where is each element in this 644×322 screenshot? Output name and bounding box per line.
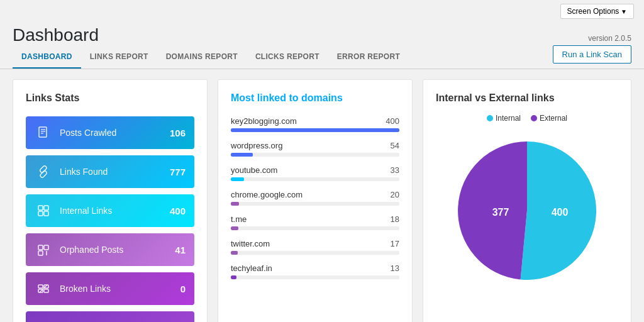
link-icon [35, 163, 52, 180]
domain-name: t.me [231, 214, 247, 224]
stat-404-errors: 404 errors 0 [26, 311, 194, 322]
domain-header: wordpress.org 54 [231, 141, 399, 150]
stat-links-found: Links Found 777 [26, 155, 194, 188]
domain-row: chrome.google.com 20 [231, 190, 399, 206]
svg-rect-7 [44, 211, 48, 216]
page-header: Dashboard version 2.0.5 [0, 19, 644, 45]
domain-name: twitter.com [231, 239, 270, 248]
domain-count: 17 [391, 239, 399, 248]
domain-name: youtube.com [231, 165, 277, 175]
domain-row: key2blogging.com 400 [231, 116, 399, 132]
screen-options-button[interactable]: Screen Options [560, 4, 634, 19]
tab-domains-report[interactable]: DOMAINS REPORT [157, 46, 247, 69]
legend-internal-dot [487, 115, 493, 121]
posts-crawled-label: Posts Crawled [60, 128, 170, 138]
404-icon [35, 319, 52, 322]
svg-rect-6 [38, 211, 43, 216]
domain-count: 400 [386, 116, 399, 126]
domain-bar-bg [231, 128, 399, 132]
domain-count: 33 [391, 165, 399, 175]
chart-panel: Internal vs External links Internal Exte… [423, 79, 631, 322]
page-icon [35, 124, 52, 142]
domain-count: 18 [391, 214, 399, 224]
domain-count: 54 [391, 141, 399, 150]
domain-bar [231, 251, 238, 255]
domain-bar [231, 202, 239, 206]
stat-broken-links: Broken Links 0 [26, 272, 194, 305]
domain-row: techyleaf.in 13 [231, 264, 399, 279]
legend-internal-label: Internal [496, 114, 521, 123]
domain-row: t.me 18 [231, 214, 399, 230]
orphaned-posts-value: 41 [175, 245, 186, 255]
links-stats-panel: Links Stats Posts Crawled 106 Links [13, 79, 208, 322]
links-found-value: 777 [170, 167, 186, 177]
domains-title: Most linked to domains [231, 92, 399, 104]
internal-icon [35, 202, 52, 219]
tab-clicks-report[interactable]: CLICKS REPORT [247, 46, 328, 69]
domain-bar-bg [231, 153, 399, 157]
svg-rect-12 [38, 285, 43, 288]
domain-header: techyleaf.in 13 [231, 264, 399, 273]
domain-header: youtube.com 33 [231, 165, 399, 175]
orphan-icon [35, 241, 52, 258]
domain-count: 13 [391, 264, 399, 273]
legend-external: External [531, 114, 567, 123]
domain-bar [231, 275, 236, 279]
broken-links-label: Broken Links [60, 284, 180, 294]
chart-container: 377 400 [436, 129, 618, 292]
page-title: Dashboard [13, 25, 99, 45]
run-scan-button[interactable]: Run a Link Scan [553, 45, 631, 64]
posts-crawled-value: 106 [170, 128, 186, 138]
domain-bar-bg [231, 226, 399, 230]
top-bar: Screen Options [0, 0, 644, 19]
domain-name: wordpress.org [231, 141, 282, 150]
broken-links-value: 0 [180, 284, 186, 294]
domain-bar [231, 226, 238, 230]
main-content: Links Stats Posts Crawled 106 Links [0, 69, 644, 322]
svg-rect-15 [44, 289, 48, 292]
domain-header: chrome.google.com 20 [231, 190, 399, 199]
tab-dashboard[interactable]: DASHBOARD [13, 46, 81, 69]
domain-bar-bg [231, 275, 399, 279]
domain-row: wordpress.org 54 [231, 141, 399, 157]
domain-bar-bg [231, 251, 399, 255]
legend-external-dot [531, 115, 537, 121]
stat-internal-links: Internal Links 400 [26, 194, 194, 227]
chart-legend: Internal External [436, 114, 618, 123]
tab-error-report[interactable]: ERROR REPORT [328, 46, 409, 69]
pie-external-label: 377 [492, 207, 509, 218]
tab-links-report[interactable]: LINKS REPORT [81, 46, 157, 69]
chart-title: Internal vs External links [436, 92, 618, 104]
svg-rect-9 [44, 245, 48, 250]
nav-tabs: DASHBOARD LINKS REPORT DOMAINS REPORT CL… [0, 45, 644, 69]
svg-rect-4 [38, 206, 43, 210]
domain-bar-bg [231, 177, 399, 181]
legend-external-label: External [540, 114, 567, 123]
broken-link-icon [35, 280, 52, 297]
stat-orphaned-posts: Orphaned Posts 41 [26, 233, 194, 266]
domain-name: chrome.google.com [231, 190, 303, 199]
orphaned-posts-label: Orphaned Posts [60, 245, 175, 255]
svg-rect-5 [44, 206, 48, 210]
domain-bar [231, 153, 253, 157]
domain-name: key2blogging.com [231, 116, 297, 126]
domains-title-highlight: domains [301, 92, 343, 103]
stat-posts-crawled: Posts Crawled 106 [26, 116, 194, 149]
links-stats-title: Links Stats [26, 92, 194, 104]
domain-row: twitter.com 17 [231, 239, 399, 255]
legend-internal: Internal [487, 114, 521, 123]
internal-links-value: 400 [170, 206, 186, 216]
domain-header: twitter.com 17 [231, 239, 399, 248]
version-text: version 2.0.5 [588, 34, 631, 43]
domain-count: 20 [391, 190, 399, 199]
pie-internal-label: 400 [552, 207, 569, 218]
svg-rect-10 [38, 251, 43, 255]
domain-bar [231, 177, 244, 181]
domain-header: key2blogging.com 400 [231, 116, 399, 126]
domain-header: t.me 18 [231, 214, 399, 224]
internal-links-label: Internal Links [60, 206, 170, 216]
domain-name: techyleaf.in [231, 264, 272, 273]
svg-rect-8 [38, 245, 43, 250]
svg-rect-0 [39, 127, 47, 137]
nav-tabs-left: DASHBOARD LINKS REPORT DOMAINS REPORT CL… [13, 46, 409, 69]
